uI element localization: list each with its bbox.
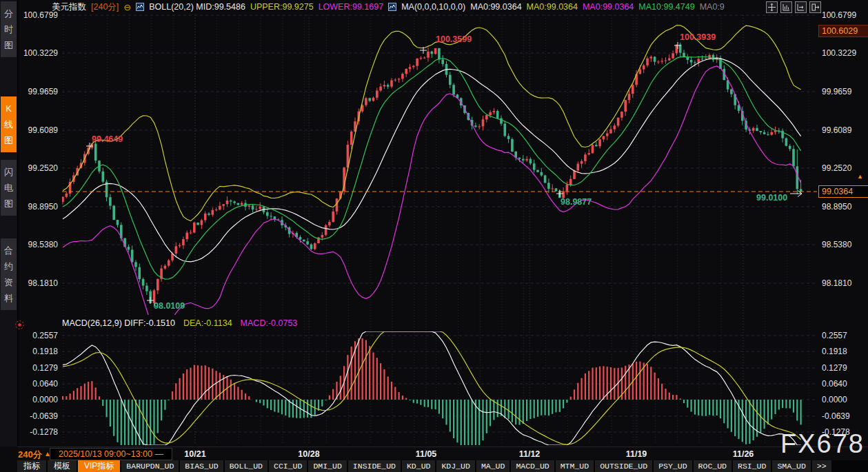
period-label: [240分] [91,1,119,13]
y-axis-label: 99.2520 [28,163,58,173]
ma-params: MA(0,0,0,10,0,0) [401,2,465,12]
macd-bar-readout: MACD:-0.0753 [241,318,298,328]
y-axis-label: 0.1279 [32,363,58,373]
y-axis-label: 99.2520 [822,163,851,173]
y-axis-label: 98.5380 [822,240,851,249]
ma10-readout: MA10:99.4749 [638,2,694,12]
left-price-axis: 100.6799100.322999.965999.608999.252098.… [0,0,60,447]
y-axis-label: 100.3229 [23,48,58,58]
y-axis-label: 99.6089 [28,125,58,135]
y-axis-label: 100.6799 [822,10,856,20]
macd-readout-bar: MACD(26,12,9) DIFF:-0.1510DEA:-0.1134MAC… [62,318,297,328]
session-high-box: 100.6029 [818,25,868,37]
boll-lower-readout: LOWER:99.1697 [319,2,384,12]
exit-right-icon[interactable] [809,1,821,13]
price-annotation: 99.4649 [92,134,123,144]
y-axis-label: 0.2557 [822,331,847,340]
y-axis-label: 98.1810 [822,278,851,288]
y-axis-label: 0.1918 [32,347,58,356]
y-axis-label: 0.0000 [822,395,847,404]
indicator-burst-icon[interactable] [14,320,25,333]
axis-bars-icon[interactable] [780,1,792,13]
y-axis-label: 98.8950 [28,202,58,212]
y-axis-label: 0.1279 [822,363,847,373]
ma0-white-readout: MA0:99.0364 [470,2,521,12]
boll-chart-icon [136,3,144,11]
boll-readout: BOLL(20,2) MID:99.5486 [149,2,245,12]
current-price-box: 99.0364 [818,185,868,198]
y-axis-label: 0.0640 [32,379,58,389]
price-annotation: 100.3599 [436,34,472,44]
y-axis-label: 99.6089 [822,125,851,135]
window-toolbar [766,1,821,13]
y-axis-label: 98.5380 [28,240,58,249]
y-axis-label: 99.9659 [822,87,851,96]
chart-canvas[interactable] [0,0,868,472]
ma0-magenta-readout: MA0:99.0364 [583,2,634,12]
ma-chart-icon [388,3,396,11]
boll-upper-readout: UPPER:99.9275 [250,2,314,12]
axis-arrow-icon[interactable] [795,1,807,13]
price-up-arrow-icon: ▲ [857,173,863,180]
y-axis-label: -0.0639 [30,411,58,421]
y-axis-label: 100.3229 [822,48,856,58]
ma0-yellow-readout: MA0:99.0364 [527,2,578,12]
right-price-axis: 100.6799100.322999.965999.608999.252098.… [820,0,868,447]
y-axis-label: 98.8950 [822,202,851,212]
y-axis-label: 0.1918 [822,347,847,356]
minus-circle-icon: ⊖ [123,2,131,12]
indicator-readout-bar: 美元指数[240分]⊖BOLL(20,2) MID:99.5486UPPER:9… [52,1,725,13]
watermark: FX678 [780,431,865,457]
price-annotation: 99.0100 [756,193,787,203]
price-annotation: 98.0109 [154,301,185,311]
ma-gray-readout: MA0:9 [700,2,725,12]
y-axis-label: 0.0640 [822,379,847,389]
app-window: 分时图K线图闪电图合约资料 美元指数[240分]⊖BOLL(20,2) MID:… [0,0,868,472]
y-axis-label: -0.0639 [822,411,850,421]
macd-dea-readout: DEA:-0.1134 [183,318,232,328]
instrument-name: 美元指数 [52,1,86,13]
price-annotation: 100.3939 [680,32,716,42]
y-axis-label: 0.0000 [32,395,58,404]
move-icon[interactable] [766,1,778,13]
price-annotation: 98.9877 [561,197,592,207]
macd-diff-readout: MACD(26,12,9) DIFF:-0.1510 [62,318,175,328]
y-axis-label: -0.1278 [30,427,58,437]
y-axis-label: 98.1810 [28,278,58,288]
y-axis-label: 0.2557 [32,331,58,340]
y-axis-label: 99.9659 [28,87,58,96]
